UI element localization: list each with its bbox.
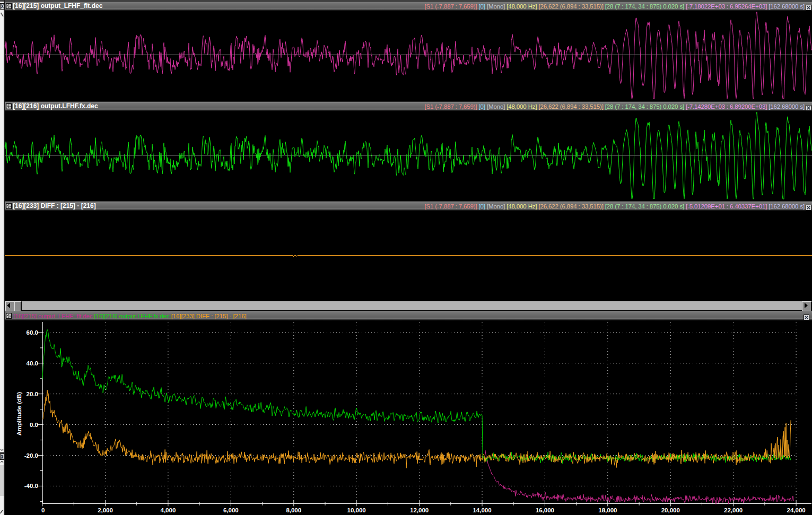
svg-text:18,000: 18,000 — [598, 507, 617, 513]
svg-text:14,000: 14,000 — [473, 507, 491, 513]
svg-text:10,000: 10,000 — [347, 507, 366, 513]
svg-text:0: 0 — [41, 507, 45, 513]
svg-text:40.0: 40.0 — [27, 360, 38, 366]
svg-text:60.0: 60.0 — [27, 329, 38, 336]
svg-text:16,000: 16,000 — [536, 507, 554, 513]
svg-text:Amplitude (dB): Amplitude (dB) — [16, 392, 22, 436]
svg-text:0.0: 0.0 — [30, 422, 38, 428]
svg-text:6,000: 6,000 — [223, 507, 239, 513]
svg-text:24,000: 24,000 — [787, 507, 806, 513]
svg-text:12,000: 12,000 — [410, 507, 429, 513]
svg-text:2,000: 2,000 — [98, 507, 113, 513]
svg-text:8,000: 8,000 — [286, 507, 301, 513]
svg-text:22,000: 22,000 — [724, 507, 743, 513]
svg-text:20.0: 20.0 — [27, 391, 38, 397]
svg-text:20,000: 20,000 — [661, 507, 680, 513]
svg-text:-20.0: -20.0 — [24, 452, 38, 459]
svg-text:-40.0: -40.0 — [24, 483, 38, 489]
svg-text:4,000: 4,000 — [161, 507, 176, 513]
